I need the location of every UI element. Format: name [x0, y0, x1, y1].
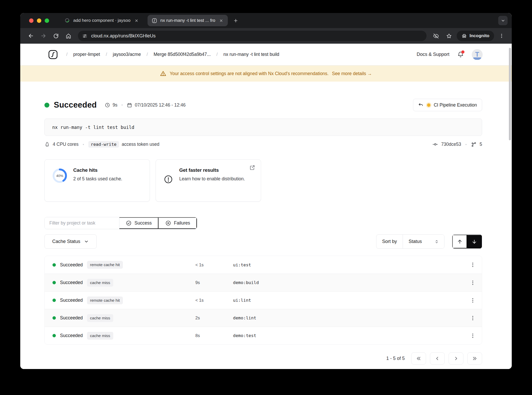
- table-row[interactable]: Succeeded remote cache hit < 1s ui:test: [45, 256, 482, 274]
- minimize-window-button[interactable]: [37, 18, 41, 23]
- separator-dot: [466, 144, 467, 145]
- linux-icon: [44, 142, 50, 147]
- last-page-button[interactable]: [467, 352, 482, 365]
- sort-descending-button[interactable]: [467, 235, 482, 248]
- filter-success-button[interactable]: Success: [119, 217, 159, 229]
- select-chevrons-icon: [434, 239, 439, 244]
- command-box: nx run-many -t lint test build: [44, 118, 482, 136]
- access-token-badge: read-write: [88, 141, 119, 148]
- browser-toolbar: cloud.nx.app/runs/BkIXGHleUs Incognito: [20, 28, 512, 44]
- row-duration: < 1s: [195, 298, 233, 303]
- browser-menu-icon[interactable]: [496, 30, 507, 41]
- row-task[interactable]: ui:test: [233, 262, 464, 267]
- sort-direction-group: [452, 234, 482, 249]
- row-menu-kebab-icon[interactable]: [470, 262, 476, 268]
- tab-nx-run[interactable]: nx run-many -t lint test ... fro: [148, 15, 228, 26]
- commit-hash[interactable]: 730dce53: [441, 142, 461, 147]
- row-task[interactable]: demo:build: [233, 280, 464, 285]
- docs-support-link[interactable]: Docs & Support: [417, 52, 449, 57]
- row-menu-kebab-icon[interactable]: [470, 333, 476, 339]
- incognito-badge[interactable]: Incognito: [457, 31, 494, 41]
- new-tab-button[interactable]: [231, 16, 240, 25]
- nx-cloud-logo-icon[interactable]: [48, 49, 58, 60]
- prev-page-button[interactable]: [430, 352, 445, 365]
- table-controls: Cache Status Sort by Status: [44, 234, 482, 249]
- filter-controls: Success Failures: [44, 217, 197, 229]
- row-menu-kebab-icon[interactable]: [470, 297, 476, 304]
- external-link-icon[interactable]: [249, 165, 255, 170]
- status-dot: [52, 263, 56, 267]
- chevron-down-icon: [84, 239, 89, 244]
- cache-status-dropdown[interactable]: Cache Status: [44, 234, 97, 249]
- breadcrumb-repo[interactable]: jaysoo3/acme: [100, 52, 141, 57]
- cache-percent: 40%: [52, 168, 68, 183]
- tab-search-button[interactable]: [498, 16, 508, 25]
- filter-input[interactable]: [45, 217, 119, 229]
- row-status: Succeeded: [60, 315, 83, 321]
- row-status: Succeeded: [60, 262, 83, 268]
- avatar[interactable]: T: [472, 49, 483, 60]
- row-menu-kebab-icon[interactable]: [470, 315, 476, 321]
- separator-dot: [83, 144, 84, 145]
- cache-badge: remote cache hit: [87, 297, 123, 304]
- banner-details-link[interactable]: See more details →: [332, 71, 372, 76]
- branch-count[interactable]: 5: [480, 142, 482, 147]
- reload-button[interactable]: [50, 30, 61, 41]
- close-tab-icon[interactable]: [218, 18, 224, 23]
- table-row[interactable]: Succeeded cache miss 9s demo:build: [45, 274, 482, 291]
- filter-failures-button[interactable]: Failures: [158, 217, 197, 229]
- row-task[interactable]: demo:lint: [233, 315, 464, 320]
- ci-pipeline-execution-button[interactable]: CI Pipeline Execution: [413, 99, 482, 111]
- next-page-button[interactable]: [449, 352, 463, 365]
- banner-text: Your access control settings are not ali…: [170, 71, 329, 76]
- address-bar[interactable]: cloud.nx.app/runs/BkIXGHleUs: [78, 31, 427, 41]
- commit-icon: [432, 141, 438, 147]
- row-task[interactable]: demo:test: [233, 333, 464, 338]
- row-task[interactable]: ui:lint: [233, 298, 464, 303]
- run-timestamp: 07/10/2025 12:46 - 12:46: [135, 102, 186, 108]
- back-button[interactable]: [25, 30, 36, 41]
- run-status: Succeeded: [54, 100, 97, 110]
- url-text: cloud.nx.app/runs/BkIXGHleUs: [91, 33, 156, 39]
- run-meta-row: 4 CPU cores read-write access token used…: [44, 141, 482, 148]
- sort-ascending-button[interactable]: [452, 235, 467, 248]
- row-menu-kebab-icon[interactable]: [470, 280, 476, 286]
- sort-field-select[interactable]: Status: [403, 235, 444, 248]
- home-button[interactable]: [63, 30, 74, 41]
- notifications-bell-icon[interactable]: [457, 51, 464, 58]
- row-duration: 2s: [195, 315, 233, 320]
- table-row[interactable]: Succeeded remote cache hit < 1s ui:lint: [45, 291, 482, 309]
- tab-github-pr[interactable]: add hero component · jaysoo: [61, 15, 143, 26]
- nx-logo-icon: [152, 18, 157, 23]
- status-dot: [44, 103, 49, 108]
- incognito-icon: [461, 33, 467, 39]
- chevron-right-icon: [453, 356, 459, 361]
- access-token-suffix: access token used: [122, 142, 159, 147]
- page-scrollbar[interactable]: [509, 48, 511, 140]
- github-pr-check-icon: [65, 18, 70, 23]
- chevrons-left-icon: [416, 356, 421, 361]
- bookmark-star-icon[interactable]: [444, 30, 455, 41]
- row-duration: 9s: [195, 280, 233, 285]
- zoom-window-button[interactable]: [45, 18, 49, 23]
- window-controls: [29, 18, 49, 23]
- faster-results-card[interactable]: Get faster results Learn how to enable d…: [156, 159, 261, 202]
- tab-title: add hero component · jaysoo: [73, 18, 130, 23]
- close-tab-icon[interactable]: [134, 18, 139, 23]
- table-row[interactable]: Succeeded cache miss 2s demo:lint: [45, 309, 482, 327]
- breadcrumb-branch[interactable]: Merge 85d500f42d5a9b47...: [141, 52, 211, 57]
- site-settings-icon[interactable]: [82, 33, 88, 39]
- row-status: Succeeded: [60, 280, 83, 285]
- table-row[interactable]: Succeeded cache miss 8s demo:test: [45, 327, 482, 344]
- cache-card-title: Cache hits: [73, 167, 122, 173]
- first-page-button[interactable]: [411, 352, 426, 365]
- breadcrumb: proper-limpet jaysoo3/acme Merge 85d500f…: [61, 52, 279, 57]
- forward-button[interactable]: [38, 30, 49, 41]
- eye-off-icon[interactable]: [431, 30, 442, 41]
- sort-by-label: Sort by: [376, 235, 403, 248]
- breadcrumb-workspace[interactable]: proper-limpet: [61, 52, 100, 57]
- breadcrumb-run[interactable]: nx run-many -t lint test build: [211, 52, 279, 57]
- cache-card-subtitle: 2 of 5 tasks used cache.: [73, 175, 122, 182]
- sort-by-group: Sort by Status: [376, 234, 444, 249]
- close-window-button[interactable]: [29, 18, 34, 23]
